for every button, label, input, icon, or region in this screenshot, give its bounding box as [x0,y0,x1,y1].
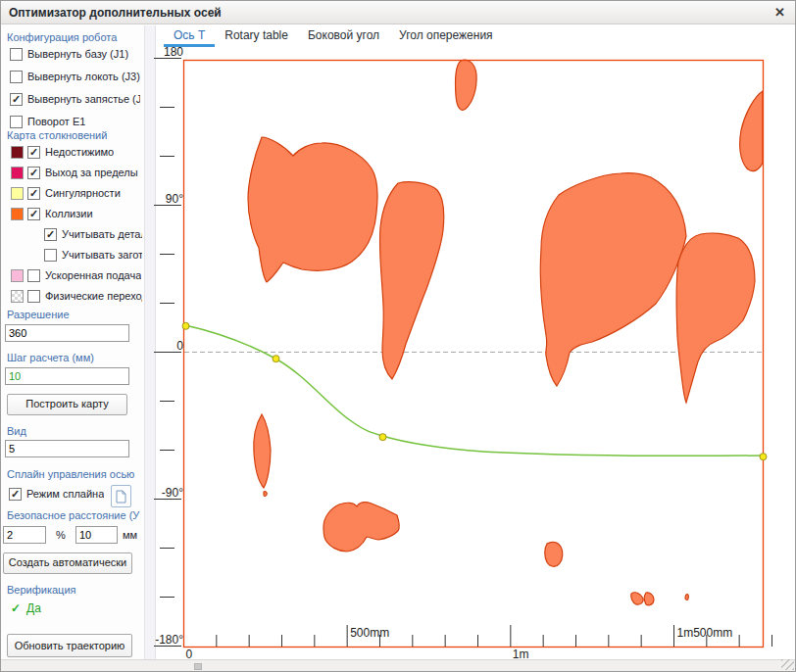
checkbox[interactable] [44,249,57,262]
legend-item-label: Физические переходы [45,290,142,302]
checkbox[interactable] [44,228,57,241]
spline-mode-label: Режим сплайна [26,488,104,500]
checkbox[interactable] [27,146,40,159]
checkbox[interactable] [27,167,40,179]
config-item-label: Вывернуть запястье (J5) [27,93,140,105]
config-checkbox-row[interactable]: Вывернуть локоть (J3) [10,69,140,84]
legend-item-label: Учитывать деталь [62,228,142,240]
checkbox[interactable] [10,116,23,128]
legend-row[interactable]: Выход за пределы [11,165,142,180]
tab-os-t[interactable]: Ось T [164,25,215,47]
close-icon[interactable]: ✕ [772,5,787,20]
checkbox[interactable] [10,48,23,61]
spline-mode-checkbox[interactable] [9,488,22,501]
verification-header: Верификация [7,584,76,596]
safe-distance-label: Безопасное расстояние (У [7,509,139,521]
mm-unit-label: мм [123,529,137,541]
spline-header: Сплайн управления осью [7,468,134,480]
legend-item-label: Недостижимо [45,146,114,158]
legend-row[interactable]: Сингулярности [11,185,142,201]
legend-color-swatch [11,269,24,282]
config-checkbox-row[interactable]: Вывернуть базу (J1) [10,46,140,62]
view-input[interactable] [5,440,129,457]
update-trajectory-button[interactable]: Обновить траекторию [7,634,132,657]
legend-row[interactable]: Недостижимо [11,144,142,160]
legend-row[interactable]: Учитывать заготовку [44,247,142,263]
legend-item-label: Выход за пределы [45,167,138,178]
axis-optimizer-dialog: Оптимизатор дополнительных осей ✕ Конфиг… [0,0,796,672]
resize-grip-icon[interactable] [781,659,794,670]
collision-map-header: Карта столкновений [7,129,107,141]
spline-mode-row[interactable]: Режим сплайна [9,486,107,502]
title-bar[interactable]: Оптимизатор дополнительных осей ✕ [1,1,795,24]
legend-row[interactable]: Коллизии [11,206,142,221]
legend-color-swatch [11,208,24,220]
legend-color-swatch [11,146,24,159]
config-item-label: Вывернуть локоть (J3) [27,71,140,82]
checkbox[interactable] [27,208,40,220]
checkbox[interactable] [27,269,40,282]
legend-item-label: Сингулярности [45,187,121,199]
resolution-input[interactable] [5,324,129,342]
chart-panel[interactable]: Ось TRotary tableБоковой уголУгол опереж… [156,25,795,659]
safe-mm-input[interactable] [75,526,118,544]
legend-row[interactable]: Учитывать деталь [44,226,142,242]
settings-panel: Конфигурация робота Вывернуть базу (J1)В… [1,25,144,661]
tab-bokovoy-ugol[interactable]: Боковой угол [298,25,389,47]
config-checkbox-row[interactable]: Вывернуть запястье (J5) [10,91,140,107]
horizontal-scroll-thumb[interactable] [194,663,202,670]
step-input[interactable] [5,367,129,385]
step-label: Шаг расчета (мм) [7,352,94,363]
panel-scrollbar[interactable] [144,25,156,661]
legend-item-label: Учитывать заготовку [62,249,142,261]
legend-color-swatch [11,167,24,179]
legend-color-swatch [11,290,24,303]
legend-item-label: Коллизии [45,208,93,219]
bottom-scroll-area[interactable] [1,659,795,671]
spline-copy-button[interactable] [111,485,131,507]
legend-color-swatch [11,187,24,200]
legend-row[interactable]: Физические переходы [11,288,142,304]
percent-unit-label: % [56,529,66,541]
view-label: Вид [7,425,26,437]
verification-status: ✓Да [11,601,41,615]
checkbox[interactable] [27,290,40,303]
build-map-button[interactable]: Построить карту [7,394,127,415]
legend-row[interactable]: Ускоренная подача [11,267,142,283]
check-icon: ✓ [11,601,21,615]
config-item-label: Поворот E1 [27,116,85,127]
create-auto-button[interactable]: Создать автоматически [3,552,132,574]
config-checkbox-row[interactable]: Поворот E1 [10,114,140,129]
resolution-label: Разрешение [7,309,70,320]
safe-percent-input[interactable] [3,526,46,544]
config-item-label: Вывернуть базу (J1) [27,48,128,60]
tab-rotary-table[interactable]: Rotary table [215,25,298,47]
window-title: Оптимизатор дополнительных осей [9,6,772,20]
checkbox[interactable] [10,71,23,83]
chart-tabs: Ось TRotary tableБоковой уголУгол опереж… [156,25,795,47]
legend-item-label: Ускоренная подача [45,269,141,281]
robot-config-header: Конфигурация робота [7,31,117,43]
verification-value: Да [26,601,41,615]
tab-ugol-operezheniya[interactable]: Угол опережения [389,25,503,47]
checkbox[interactable] [27,187,40,200]
document-icon [116,490,126,504]
checkbox[interactable] [10,93,23,106]
